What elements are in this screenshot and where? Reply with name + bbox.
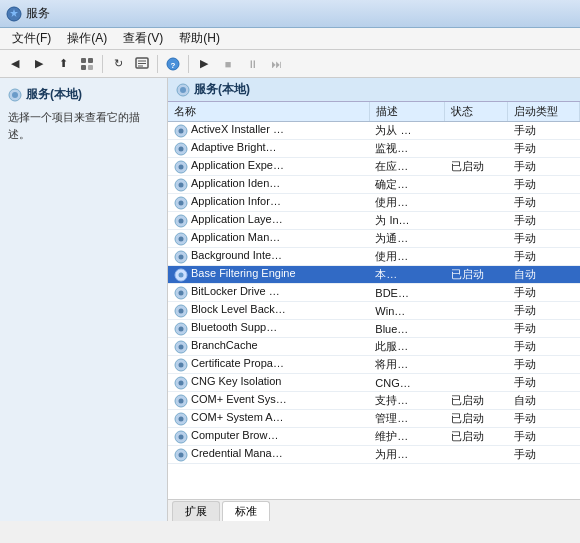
service-name: ActiveX Installer …	[168, 122, 369, 140]
up-button[interactable]: ⬆	[52, 53, 74, 75]
service-startup: 手动	[508, 248, 580, 266]
service-startup: 手动	[508, 320, 580, 338]
menu-bar: 文件(F) 操作(A) 查看(V) 帮助(H)	[0, 28, 580, 50]
right-panel-icon	[176, 83, 190, 97]
services-list: 名称 描述 状态 启动类型 ActiveX Installer …为从 …手动 …	[168, 102, 580, 464]
table-row[interactable]: Computer Brow…维护…已启动手动	[168, 428, 580, 446]
forward-button[interactable]: ▶	[28, 53, 50, 75]
table-row[interactable]: Application Expe…在应…已启动手动	[168, 158, 580, 176]
service-desc: 为 In…	[369, 212, 445, 230]
table-row[interactable]: Background Inte…使用…手动	[168, 248, 580, 266]
service-desc: 为通…	[369, 230, 445, 248]
service-startup: 手动	[508, 410, 580, 428]
table-row[interactable]: BitLocker Drive …BDE…手动	[168, 284, 580, 302]
window-title: 服务	[26, 5, 50, 22]
table-row[interactable]: CNG Key IsolationCNG…手动	[168, 374, 580, 392]
table-row[interactable]: Application Iden…确定…手动	[168, 176, 580, 194]
svg-point-34	[179, 290, 184, 295]
service-icon	[174, 304, 188, 318]
svg-text:?: ?	[171, 61, 176, 70]
service-icon	[174, 286, 188, 300]
col-header-name[interactable]: 名称	[168, 102, 369, 122]
service-status: 已启动	[445, 158, 508, 176]
left-panel-description: 选择一个项目来查看它的描述。	[8, 109, 159, 142]
service-status: 已启动	[445, 428, 508, 446]
service-name: Background Inte…	[168, 248, 369, 266]
service-icon	[174, 250, 188, 264]
svg-point-14	[180, 87, 186, 93]
service-icon	[174, 232, 188, 246]
service-icon	[174, 142, 188, 156]
menu-file[interactable]: 文件(F)	[4, 28, 59, 49]
service-name: Application Laye…	[168, 212, 369, 230]
service-name: Application Man…	[168, 230, 369, 248]
pause-service-button[interactable]: ⏸	[241, 53, 263, 75]
menu-action[interactable]: 操作(A)	[59, 28, 115, 49]
svg-point-22	[179, 182, 184, 187]
service-startup: 手动	[508, 194, 580, 212]
service-name: Application Iden…	[168, 176, 369, 194]
col-header-desc[interactable]: 描述	[369, 102, 445, 122]
service-name: Adaptive Bright…	[168, 140, 369, 158]
table-row[interactable]: COM+ Event Sys…支持…已启动自动	[168, 392, 580, 410]
svg-point-30	[179, 254, 184, 259]
service-name: COM+ Event Sys…	[168, 392, 369, 410]
help-button[interactable]: ?	[162, 53, 184, 75]
service-name: Computer Brow…	[168, 428, 369, 446]
table-row[interactable]: Application Laye…为 In…手动	[168, 212, 580, 230]
table-row[interactable]: Application Infor…使用…手动	[168, 194, 580, 212]
svg-rect-3	[81, 65, 86, 70]
toolbar-sep-1	[102, 55, 103, 73]
service-name: Certificate Propa…	[168, 356, 369, 374]
service-icon	[174, 394, 188, 408]
service-status: 已启动	[445, 392, 508, 410]
service-startup: 手动	[508, 140, 580, 158]
service-startup: 手动	[508, 176, 580, 194]
table-row[interactable]: Block Level Back…Win…手动	[168, 302, 580, 320]
stop-service-button[interactable]: ■	[217, 53, 239, 75]
service-name: CNG Key Isolation	[168, 374, 369, 392]
service-status	[445, 320, 508, 338]
menu-view[interactable]: 查看(V)	[115, 28, 171, 49]
service-name: Bluetooth Supp…	[168, 320, 369, 338]
service-icon	[174, 322, 188, 336]
start-service-button[interactable]: ▶	[193, 53, 215, 75]
table-row[interactable]: Credential Mana…为用…手动	[168, 446, 580, 464]
export-button[interactable]	[131, 53, 153, 75]
table-row[interactable]: Adaptive Bright…监视…手动	[168, 140, 580, 158]
table-row[interactable]: Certificate Propa…将用…手动	[168, 356, 580, 374]
service-startup: 手动	[508, 356, 580, 374]
refresh-button[interactable]: ↻	[107, 53, 129, 75]
svg-point-48	[179, 416, 184, 421]
table-row[interactable]: ActiveX Installer …为从 …手动	[168, 122, 580, 140]
col-header-status[interactable]: 状态	[445, 102, 508, 122]
back-button[interactable]: ◀	[4, 53, 26, 75]
title-bar: 服务	[0, 0, 580, 28]
svg-point-38	[179, 326, 184, 331]
show-hide-button[interactable]	[76, 53, 98, 75]
table-row[interactable]: Base Filtering Engine本…已启动自动	[168, 266, 580, 284]
table-row[interactable]: Bluetooth Supp…Blue…手动	[168, 320, 580, 338]
tab-expand[interactable]: 扩展	[172, 501, 220, 521]
service-desc: 为用…	[369, 446, 445, 464]
service-desc: 使用…	[369, 248, 445, 266]
col-header-startup[interactable]: 启动类型	[508, 102, 580, 122]
table-row[interactable]: Application Man…为通…手动	[168, 230, 580, 248]
service-desc: 管理…	[369, 410, 445, 428]
service-name: Base Filtering Engine	[168, 266, 369, 284]
tab-standard[interactable]: 标准	[222, 501, 270, 521]
service-desc: Blue…	[369, 320, 445, 338]
service-name: Credential Mana…	[168, 446, 369, 464]
table-row[interactable]: BranchCache此服…手动	[168, 338, 580, 356]
svg-point-18	[179, 146, 184, 151]
resume-service-button[interactable]: ⏭	[265, 53, 287, 75]
menu-help[interactable]: 帮助(H)	[171, 28, 228, 49]
service-desc: BDE…	[369, 284, 445, 302]
service-status	[445, 230, 508, 248]
svg-point-32	[179, 272, 184, 277]
table-row[interactable]: COM+ System A…管理…已启动手动	[168, 410, 580, 428]
toolbar: ◀ ▶ ⬆ ↻ ? ▶ ■ ⏸ ⏭	[0, 50, 580, 78]
service-table[interactable]: 名称 描述 状态 启动类型 ActiveX Installer …为从 …手动 …	[168, 102, 580, 499]
service-rows: ActiveX Installer …为从 …手动 Adaptive Brigh…	[168, 122, 580, 464]
svg-point-42	[179, 362, 184, 367]
